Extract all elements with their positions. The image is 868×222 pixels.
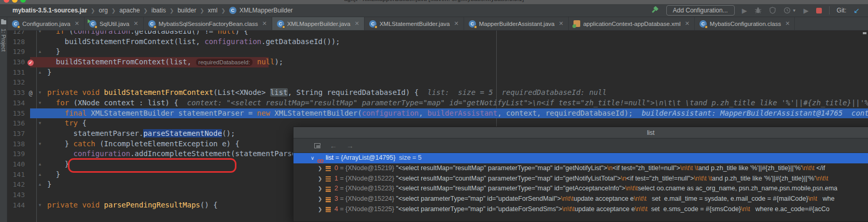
git-update-arrow-icon[interactable]: ↙ <box>853 6 860 15</box>
code-line-128[interactable]: 128 buildStatementFromContext(list, conf… <box>7 37 868 47</box>
breadcrumb-item[interactable]: XMLMapperBuilder <box>240 7 293 14</box>
code-line-131[interactable]: 131▴} <box>7 67 868 78</box>
variable-row-3[interactable]: ❯3 = {XNode@15224} "<select parameterTyp… <box>293 194 868 204</box>
escape-sequence: \n <box>621 175 626 182</box>
fold-marker-icon[interactable]: ▾ <box>36 200 44 211</box>
close-icon[interactable]: ✕ <box>558 20 563 27</box>
escape-sequence: \n\t\t <box>816 175 828 182</box>
project-tool-button[interactable]: 1: Project <box>1 29 7 51</box>
close-icon[interactable]: ✕ <box>685 20 690 27</box>
coverage-shield-icon[interactable] <box>769 7 776 14</box>
back-arrow-icon[interactable]: ← <box>330 142 337 149</box>
value-text: select oo.cname as ac_org_name, psn.zh_n… <box>638 185 837 192</box>
code-text: buildStatementFromContext(list, configur… <box>47 37 340 47</box>
add-configuration-button[interactable]: Add Configuration... <box>666 5 735 16</box>
element-index: 1 <box>334 175 338 182</box>
code-text: configuration.addIncompleteStatement(sta… <box>47 149 310 159</box>
breadcrumb-item[interactable]: builder <box>177 7 196 14</box>
frames-icon[interactable] <box>314 143 320 148</box>
profiler-button[interactable]: ▼ <box>783 7 796 14</box>
chevron-collapsed-icon[interactable]: ❯ <box>318 184 322 194</box>
code-line-129[interactable]: 129▴ } <box>7 47 868 57</box>
tab-mapperbuilderassistant-java[interactable]: CMapperBuilderAssistant.java✕ <box>464 17 569 30</box>
debug-bug-icon[interactable] <box>754 7 762 14</box>
variable-row-root[interactable]: ∨list = {ArrayList@14795} size = 5 <box>293 153 868 163</box>
code-line-134[interactable]: 134▾ for (XNode context : list) { contex… <box>7 98 868 108</box>
tab-sqlutil-java[interactable]: CSqlUtil.java✕ <box>85 17 144 30</box>
chevron-collapsed-icon[interactable]: ❯ <box>318 174 322 184</box>
code-segment: , <box>419 109 428 117</box>
breadcrumb-item[interactable]: org <box>99 7 107 14</box>
chevron-expanded-icon[interactable]: ∨ <box>311 153 314 163</box>
fold-marker-icon[interactable]: ▴ <box>36 47 44 57</box>
tab-xmlstatementbuilder-java[interactable]: CXMLStatementBuilder.java✕ <box>365 17 464 30</box>
close-icon[interactable]: ✕ <box>785 20 790 27</box>
code-segment: final <box>65 109 87 117</box>
line-number: 136 <box>7 118 25 129</box>
chevron-collapsed-icon[interactable]: ❯ <box>318 194 322 204</box>
code-line-133[interactable]: 133@▾private void buildStatementFromCont… <box>7 88 868 98</box>
tab-mybatisconfiguration-class[interactable]: CMybatisConfiguration.class✕ <box>695 17 795 30</box>
code-line-135[interactable]: 135 final XMLStatementBuilder statementP… <box>7 108 868 119</box>
build-hammer-icon[interactable] <box>651 6 659 15</box>
variable-row-2[interactable]: ❯2 = {XNode@15223} "<select resultMap="r… <box>293 184 868 194</box>
code-line-127[interactable]: 127▾ if (configuration.getDatabaseId() !… <box>7 31 868 37</box>
line-number: 129 <box>7 47 25 57</box>
fold-marker-icon[interactable]: ▴ <box>36 67 44 78</box>
fold-marker-icon[interactable]: ▾ <box>36 98 44 108</box>
value-text: "<select parameterType="map" id="updateF… <box>396 205 562 213</box>
variable-row-0[interactable]: ❯0 = {XNode@15219} "<select resultMap="r… <box>293 163 868 174</box>
code-segment: () { <box>200 201 218 209</box>
fold-marker-icon[interactable]: ▾ <box>36 88 44 98</box>
tab-applicationcontext-appdatabase-xml[interactable]: applicationContext-appDatabase.xml✕ <box>569 17 695 30</box>
chevron-collapsed-icon[interactable]: ❯ <box>318 163 322 174</box>
popup-toolbar: ← → <box>293 138 868 153</box>
fold-marker-icon[interactable]: ▴ <box>36 179 44 190</box>
item-text: 2 = {XNode@15223} "<select resultMap="re… <box>334 184 837 194</box>
attach-run-icon[interactable]: ▶ <box>804 7 809 14</box>
value-text: </if <box>815 164 825 172</box>
variable-row-1[interactable]: ❯1 = {XNode@15222} "<select resultMap="c… <box>293 174 868 184</box>
popup-title[interactable]: list <box>293 127 868 138</box>
fold-marker-icon[interactable]: ▾ <box>36 118 44 129</box>
code-segment: list: size = 5 requiredDatabaseId: null <box>427 88 607 96</box>
fold-marker-icon[interactable]: ▾ <box>36 139 44 149</box>
breakpoint-icon[interactable]: ✓ <box>27 60 34 66</box>
value-text: "<select resultMap="countMap" parameterT… <box>396 175 621 182</box>
code-segment: ( <box>65 31 74 35</box>
tab-label: MybatisConfiguration.class <box>710 21 781 27</box>
fold-marker-icon[interactable]: ▴ <box>36 159 44 170</box>
close-icon[interactable]: ✕ <box>454 20 458 27</box>
code-segment: buildStatementFromContext(list, <box>47 37 204 46</box>
line-number: 132 <box>7 77 25 88</box>
close-icon[interactable]: ✕ <box>262 20 267 27</box>
tab-label: applicationContext-appDatabase.xml <box>583 21 681 27</box>
tab-xmlmapperbuilder-java[interactable]: CXMLMapperBuilder.java✕ <box>272 17 365 30</box>
fold-marker-icon[interactable]: ▴ <box>36 170 44 180</box>
breadcrumb-item[interactable]: xml <box>208 7 218 14</box>
line-number: 130 <box>7 57 25 67</box>
fold-marker-icon[interactable]: ▾ <box>36 31 44 37</box>
code-text: if (configuration.getDatabaseId() != nul… <box>47 31 248 37</box>
object-ref: {XNode@15219} <box>345 164 396 172</box>
left-tool-stripe: 1: Project <box>0 17 7 222</box>
close-icon[interactable]: ✕ <box>133 20 138 27</box>
tab-configuration-java[interactable]: CConfiguration.java✕ <box>7 17 85 30</box>
line-number: 142 <box>7 179 25 190</box>
breadcrumb-item[interactable]: ibatis <box>151 7 166 14</box>
code-segment: } <box>47 68 51 76</box>
tab-label: XMLStatementBuilder.java <box>380 21 450 27</box>
close-icon[interactable]: ✕ <box>75 20 79 27</box>
variable-row-4[interactable]: ❯4 = {XNode@15225} "<select parameterTyp… <box>293 204 868 215</box>
breadcrumb-item[interactable]: mybatis-3.5.1-sources.jar <box>12 7 87 14</box>
tab-mybatissqlsessionfactorybean-class[interactable]: CMybatisSqlSessionFactoryBean.class✕ <box>144 17 272 30</box>
forward-arrow-icon[interactable]: → <box>346 142 354 149</box>
chevron-collapsed-icon[interactable]: ❯ <box>318 204 322 215</box>
breadcrumb-item[interactable]: apache <box>119 7 139 14</box>
run-icon[interactable]: ▶ <box>742 7 747 14</box>
code-line-132[interactable]: 132 <box>7 77 868 88</box>
close-icon[interactable]: ✕ <box>355 20 359 27</box>
code-line-130[interactable]: 130✓ buildStatementFromContext(list, req… <box>7 57 868 67</box>
line-number: 144 <box>7 200 25 211</box>
stop-button[interactable] <box>816 8 822 13</box>
